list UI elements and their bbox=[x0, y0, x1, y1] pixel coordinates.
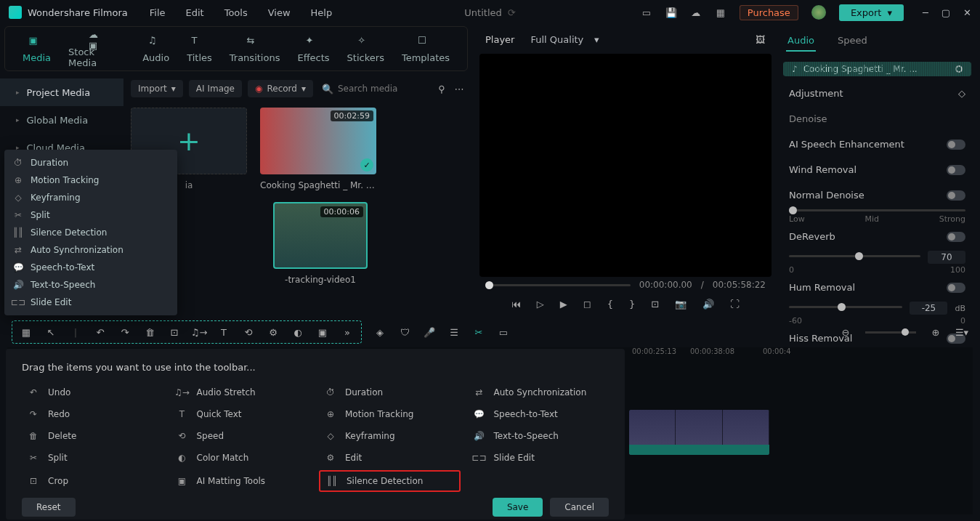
volume-icon[interactable]: 🔊 bbox=[702, 299, 714, 310]
zoom-slider[interactable] bbox=[865, 331, 916, 334]
popup-item-auto-synchronization[interactable]: ⇄Auto Synchronization bbox=[468, 383, 610, 402]
tab-effects[interactable]: ✦Effects bbox=[288, 31, 338, 68]
popup-item-delete[interactable]: 🗑Delete bbox=[22, 427, 163, 445]
sidebar-item-project[interactable]: ▸Project Media bbox=[0, 78, 123, 106]
tab-transitions[interactable]: ⇆Transitions bbox=[221, 31, 289, 68]
tab-stickers[interactable]: ✧Stickers bbox=[339, 31, 393, 68]
player-tab[interactable]: Player bbox=[485, 34, 514, 45]
sidebar-item-global[interactable]: ▸Global Media bbox=[0, 106, 123, 134]
expand-icon[interactable]: » bbox=[341, 326, 354, 339]
ai-image-button[interactable]: AI Image bbox=[189, 80, 242, 97]
color-icon[interactable]: ◐ bbox=[291, 326, 304, 339]
delete-icon[interactable]: 🗑 bbox=[143, 326, 156, 339]
search-input[interactable] bbox=[338, 84, 418, 94]
zoom-in-icon[interactable]: ⊕ bbox=[929, 326, 942, 339]
audio-stretch-icon[interactable]: ♫→ bbox=[193, 326, 206, 339]
video-preview[interactable] bbox=[479, 54, 772, 277]
menu-tools[interactable]: Tools bbox=[224, 7, 248, 18]
ctx-duration[interactable]: ⏱Duration bbox=[4, 154, 177, 171]
popup-item-keyframing[interactable]: ◇Keyframing bbox=[319, 427, 461, 445]
list-icon[interactable]: ☰▾ bbox=[955, 326, 968, 339]
rtab-audio[interactable]: Audio bbox=[786, 31, 816, 52]
stop-icon[interactable]: ◻ bbox=[583, 299, 591, 310]
mark-in-icon[interactable]: { bbox=[607, 299, 613, 310]
more-icon[interactable]: ⋯ bbox=[453, 83, 465, 94]
ctx-slide-edit[interactable]: ⊏⊐Slide Edit bbox=[4, 294, 177, 311]
play-all-icon[interactable]: ▶ bbox=[560, 299, 567, 310]
ai-speech-toggle[interactable] bbox=[947, 140, 965, 150]
purchase-button[interactable]: Purchase bbox=[740, 5, 798, 20]
popup-item-motion-tracking[interactable]: ⊕Motion Tracking bbox=[319, 405, 461, 424]
cursor-icon[interactable]: ↖ bbox=[44, 326, 57, 339]
popup-item-text-to-speech[interactable]: 🔊Text-to-Speech bbox=[468, 427, 610, 445]
ctx-silence-detection[interactable]: ║║Silence Detection bbox=[4, 224, 177, 241]
ctx-text-to-speech[interactable]: 🔊Text-to-Speech bbox=[4, 276, 177, 294]
dereverb-toggle[interactable] bbox=[947, 232, 965, 242]
undo-icon[interactable]: ↶ bbox=[94, 326, 107, 339]
screen-icon[interactable]: ▭ bbox=[641, 7, 652, 18]
tab-media[interactable]: ▣Media bbox=[14, 31, 60, 68]
edit-icon[interactable]: ⚙ bbox=[267, 326, 280, 339]
popup-reset-button[interactable]: Reset bbox=[22, 498, 76, 517]
shield-icon[interactable]: 🛡 bbox=[398, 326, 411, 339]
ctx-split[interactable]: ✂Split bbox=[4, 206, 177, 224]
speed-icon[interactable]: ⟲ bbox=[242, 326, 255, 339]
prev-frame-icon[interactable]: ⏮ bbox=[511, 299, 521, 310]
normal-denoise-toggle[interactable] bbox=[947, 190, 965, 201]
hum-toggle[interactable] bbox=[947, 283, 965, 293]
ctx-motion-tracking[interactable]: ⊕Motion Tracking bbox=[4, 171, 177, 189]
normal-denoise-slider[interactable] bbox=[789, 209, 965, 211]
popup-item-duration[interactable]: ⏱Duration bbox=[319, 383, 461, 402]
text-icon[interactable]: T bbox=[217, 326, 230, 339]
layout-icon[interactable]: ▦ bbox=[20, 326, 33, 339]
mic-icon[interactable]: 🎤 bbox=[423, 326, 436, 339]
mixer-icon[interactable]: ☰ bbox=[448, 326, 461, 339]
ai-matting-icon[interactable]: ▣ bbox=[316, 326, 329, 339]
menu-edit[interactable]: Edit bbox=[186, 7, 204, 18]
popup-item-crop[interactable]: ⊡Crop bbox=[22, 470, 163, 492]
popup-save-button[interactable]: Save bbox=[493, 498, 543, 517]
menu-view[interactable]: View bbox=[268, 7, 291, 18]
popup-item-quick-text[interactable]: TQuick Text bbox=[171, 405, 312, 424]
diamond-icon[interactable]: ◇ bbox=[958, 88, 965, 99]
grid-icon[interactable]: ▦ bbox=[715, 7, 726, 18]
dereverb-slider[interactable] bbox=[789, 255, 920, 257]
menu-file[interactable]: File bbox=[150, 7, 166, 18]
hum-slider[interactable] bbox=[789, 306, 902, 308]
popup-item-speed[interactable]: ⟲Speed bbox=[171, 427, 312, 445]
record-button[interactable]: ◉Record▾ bbox=[248, 80, 313, 97]
marker-icon[interactable]: ◈ bbox=[373, 326, 386, 339]
ctx-speech-to-text[interactable]: 💬Speech-to-Text bbox=[4, 259, 177, 276]
mark-out-icon[interactable]: } bbox=[629, 299, 635, 310]
zoom-out-icon[interactable]: ⊖ bbox=[839, 326, 852, 339]
fullscreen-icon[interactable]: ⛶ bbox=[730, 299, 740, 310]
tab-stock[interactable]: ☁▣Stock Media bbox=[60, 25, 134, 73]
tab-titles[interactable]: TTitles bbox=[178, 31, 221, 68]
close-icon[interactable]: ✕ bbox=[963, 7, 971, 18]
popup-cancel-button[interactable]: Cancel bbox=[550, 498, 609, 517]
popup-item-ai-matting-tools[interactable]: ▣AI Matting Tools bbox=[171, 470, 312, 492]
filter-icon[interactable]: ⚲ bbox=[436, 83, 448, 94]
minimize-icon[interactable]: ─ bbox=[923, 7, 928, 18]
search-field[interactable]: 🔍 bbox=[319, 84, 430, 94]
hum-value[interactable]: -25 bbox=[910, 302, 947, 315]
sync-icon[interactable]: ⟳ bbox=[508, 7, 516, 18]
quality-dropdown[interactable]: Full Quality▾ bbox=[525, 32, 604, 47]
timeline-clip[interactable] bbox=[629, 410, 769, 455]
seek-bar[interactable] bbox=[485, 284, 631, 286]
audio-clip-chip[interactable]: ♪ Cooking Spaghetti _ Mr. ... bbox=[783, 62, 971, 76]
display-icon[interactable]: ⊡ bbox=[651, 299, 659, 310]
import-button[interactable]: Import▾ bbox=[131, 80, 183, 97]
avatar-icon[interactable] bbox=[811, 5, 826, 20]
dereverb-value[interactable]: 70 bbox=[928, 251, 965, 264]
snapshot-icon[interactable]: 📷 bbox=[675, 299, 687, 310]
image-icon[interactable]: 🖼 bbox=[754, 33, 766, 45]
ctx-keyframing[interactable]: ◇Keyframing bbox=[4, 189, 177, 206]
popup-item-split[interactable]: ✂Split bbox=[22, 448, 163, 467]
maximize-icon[interactable]: ▢ bbox=[941, 7, 950, 18]
popup-item-slide-edit[interactable]: ⊏⊐Slide Edit bbox=[468, 448, 610, 467]
popup-item-silence-detection[interactable]: ║║Silence Detection bbox=[319, 470, 461, 492]
popup-item-audio-stretch[interactable]: ♫→Audio Stretch bbox=[171, 383, 312, 402]
wind-toggle[interactable] bbox=[947, 165, 965, 175]
menu-help[interactable]: Help bbox=[311, 7, 333, 18]
